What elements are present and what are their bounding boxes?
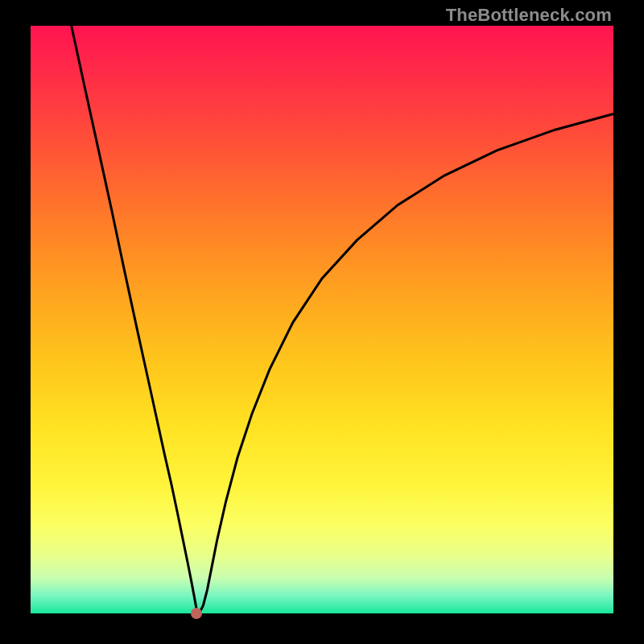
watermark-label: TheBottleneck.com [446,5,612,25]
curve-path [72,26,613,613]
bottleneck-curve [0,0,644,644]
chart-frame: TheBottleneck.com [0,0,644,644]
watermark-text: TheBottleneck.com [446,5,612,26]
